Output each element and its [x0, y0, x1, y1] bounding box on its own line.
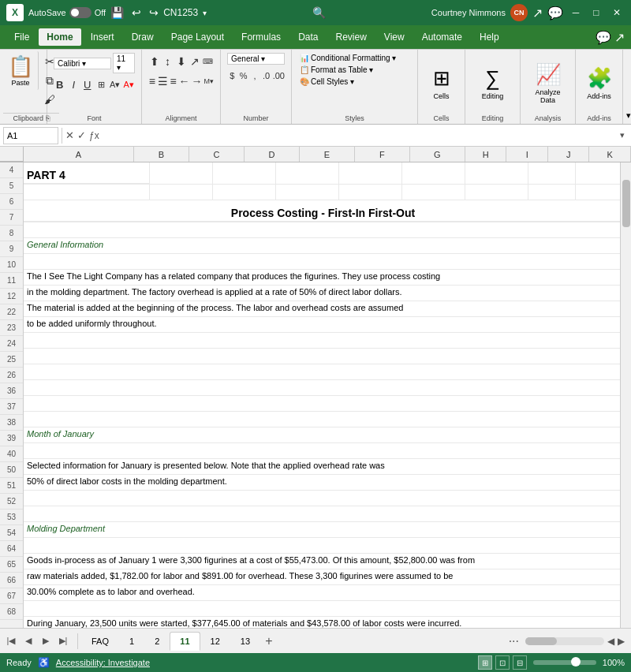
- analyze-data-button[interactable]: 📈 AnalyzeData: [535, 62, 560, 104]
- cell-a8[interactable]: General Information: [24, 238, 620, 253]
- cancel-formula-icon[interactable]: ✕: [65, 129, 74, 141]
- cell-styles-button[interactable]: 🎨 Cell Styles ▾: [298, 77, 411, 87]
- font-color-button[interactable]: A▾: [123, 76, 136, 93]
- cell-h5[interactable]: [528, 185, 576, 200]
- table-row[interactable]: in the molding department. The factory o…: [24, 286, 620, 301]
- table-row[interactable]: PART 4: [24, 162, 620, 185]
- tab-file[interactable]: File: [6, 28, 37, 46]
- cell-a54[interactable]: [24, 538, 620, 553]
- h-scrollbar-thumb[interactable]: [525, 637, 557, 645]
- underline-button[interactable]: U: [81, 76, 94, 93]
- cell-a7[interactable]: [24, 222, 620, 237]
- cell-e5[interactable]: [339, 185, 402, 200]
- table-row[interactable]: General Information: [24, 238, 620, 254]
- cell-g4[interactable]: [465, 162, 528, 184]
- table-row[interactable]: [24, 491, 620, 506]
- scroll-left-arrow[interactable]: ◀: [607, 636, 614, 647]
- cell-a65[interactable]: raw materials added, $1,782.00 for labor…: [24, 569, 620, 584]
- cell-c4[interactable]: [213, 162, 276, 184]
- comments-icon[interactable]: 💬: [547, 6, 563, 21]
- cell-g5[interactable]: [465, 185, 528, 200]
- col-header-a[interactable]: A: [24, 147, 134, 162]
- col-header-i[interactable]: I: [506, 147, 548, 162]
- decrease-indent-button[interactable]: ←: [179, 73, 190, 90]
- font-family-dropdown[interactable]: Calibri ▾: [54, 58, 111, 69]
- table-row[interactable]: Month of January: [24, 427, 620, 443]
- currency-button[interactable]: $: [227, 67, 237, 84]
- cell-a23[interactable]: [24, 333, 620, 348]
- table-row[interactable]: [24, 333, 620, 349]
- cell-f4[interactable]: [402, 162, 465, 184]
- col-header-e[interactable]: E: [300, 147, 355, 162]
- maximize-button[interactable]: □: [588, 5, 604, 21]
- table-row[interactable]: Selected information for January is pres…: [24, 459, 620, 475]
- cell-e4[interactable]: [339, 162, 402, 184]
- cell-c5[interactable]: [213, 185, 276, 200]
- tab-insert[interactable]: Insert: [83, 28, 122, 46]
- align-left-button[interactable]: ≡: [148, 73, 156, 90]
- cell-a40[interactable]: Selected information for January is pres…: [24, 459, 620, 474]
- save-icon[interactable]: 💾: [110, 6, 124, 19]
- ribbon-expand-button[interactable]: ▾: [623, 50, 631, 124]
- confirm-formula-icon[interactable]: ✓: [77, 129, 86, 141]
- addins-button[interactable]: 🧩 Add-ins: [587, 66, 612, 100]
- col-header-k[interactable]: K: [589, 147, 631, 162]
- cell-d4[interactable]: [276, 162, 339, 184]
- align-center-button[interactable]: ☰: [158, 73, 168, 90]
- cells-button[interactable]: ⊞ Cells: [433, 66, 450, 100]
- table-row[interactable]: [24, 506, 620, 522]
- vertical-scrollbar[interactable]: [620, 162, 631, 628]
- cell-a22[interactable]: to be added uniformly throughout.: [24, 317, 620, 332]
- paste-button[interactable]: 📋 Paste: [3, 51, 39, 90]
- tab-first-button[interactable]: |◀: [3, 633, 19, 649]
- table-row[interactable]: [24, 222, 620, 238]
- border-button[interactable]: ⊞: [95, 76, 108, 93]
- share-ribbon-icon[interactable]: ↗: [614, 30, 625, 45]
- col-header-f[interactable]: F: [355, 147, 410, 162]
- sheet-tab-1[interactable]: 1: [119, 632, 144, 651]
- cell-a38[interactable]: Month of January: [24, 427, 620, 442]
- close-button[interactable]: ✕: [609, 5, 625, 21]
- table-row[interactable]: [24, 254, 620, 270]
- autosave-toggle[interactable]: [69, 7, 91, 18]
- redo-icon[interactable]: ↪: [149, 6, 159, 19]
- undo-icon[interactable]: ↩: [132, 6, 141, 19]
- table-row[interactable]: Process Costing - First-In First-Out: [24, 200, 620, 222]
- tab-prev-button[interactable]: ◀: [21, 633, 36, 649]
- tab-view[interactable]: View: [376, 28, 413, 46]
- cell-a12[interactable]: The material is added at the beginning o…: [24, 301, 620, 316]
- formula-input[interactable]: [103, 127, 614, 144]
- scrollbar-thumb[interactable]: [622, 180, 630, 227]
- cell-a4[interactable]: PART 4: [24, 162, 150, 184]
- sheet-tab-11[interactable]: 11: [170, 632, 200, 651]
- col-header-c[interactable]: C: [189, 147, 245, 162]
- minimize-button[interactable]: ─: [568, 5, 584, 21]
- align-middle-button[interactable]: ↕: [162, 53, 174, 70]
- table-row[interactable]: 30.00% complete as to labor and overhead…: [24, 585, 620, 601]
- cell-a51[interactable]: [24, 491, 620, 506]
- tab-automate[interactable]: Automate: [414, 28, 470, 46]
- filename-dropdown[interactable]: ▾: [203, 9, 207, 17]
- tab-formulas[interactable]: Formulas: [233, 28, 289, 46]
- col-header-b[interactable]: B: [134, 147, 189, 162]
- add-sheet-button[interactable]: +: [260, 633, 278, 650]
- zoom-level[interactable]: 100%: [603, 658, 625, 667]
- cell-a26[interactable]: [24, 380, 620, 395]
- table-row[interactable]: During January, 23,500 units were starte…: [24, 617, 620, 628]
- col-header-d[interactable]: D: [245, 147, 300, 162]
- cell-i5[interactable]: [576, 185, 620, 200]
- table-row[interactable]: [24, 538, 620, 554]
- insert-function-icon[interactable]: ƒx: [89, 130, 99, 141]
- cell-f5[interactable]: [402, 185, 465, 200]
- grid-area[interactable]: PART 4: [24, 162, 620, 628]
- sheet-tab-13[interactable]: 13: [230, 632, 260, 651]
- align-bottom-button[interactable]: ⬇: [175, 53, 187, 70]
- font-size-dropdown[interactable]: 11 ▾: [113, 53, 135, 73]
- cell-a53[interactable]: Molding Department: [24, 522, 620, 537]
- sheet-tab-2[interactable]: 2: [144, 632, 170, 651]
- cell-i4[interactable]: [576, 162, 620, 184]
- bold-button[interactable]: B: [54, 76, 66, 93]
- italic-button[interactable]: I: [68, 76, 80, 93]
- table-row[interactable]: [24, 364, 620, 380]
- comma-button[interactable]: ,: [250, 67, 259, 84]
